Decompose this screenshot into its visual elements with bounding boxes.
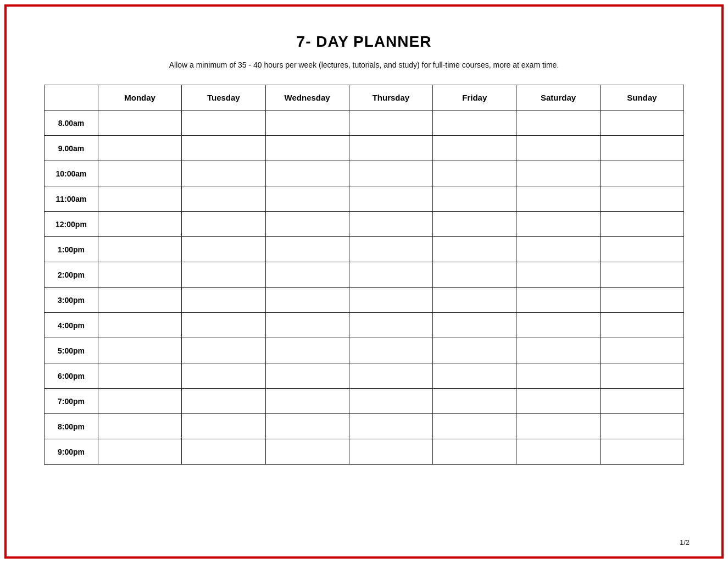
cell-wednesday-400pm[interactable] xyxy=(265,313,349,338)
cell-wednesday-1200pm[interactable] xyxy=(265,212,349,237)
cell-wednesday-100pm[interactable] xyxy=(265,237,349,262)
cell-sunday-400pm[interactable] xyxy=(600,313,683,338)
cell-monday-900pm[interactable] xyxy=(98,439,181,465)
cell-tuesday-300pm[interactable] xyxy=(182,288,265,313)
cell-wednesday-1000am[interactable] xyxy=(265,161,349,186)
cell-thursday-600pm[interactable] xyxy=(349,363,432,389)
cell-monday-300pm[interactable] xyxy=(98,288,181,313)
cell-sunday-1100am[interactable] xyxy=(600,186,683,212)
cell-tuesday-1000am[interactable] xyxy=(182,161,265,186)
cell-saturday-900am[interactable] xyxy=(516,136,600,161)
cell-friday-500pm[interactable] xyxy=(433,338,516,363)
cell-sunday-300pm[interactable] xyxy=(600,288,683,313)
cell-thursday-800am[interactable] xyxy=(349,111,432,136)
cell-thursday-100pm[interactable] xyxy=(349,237,432,262)
cell-sunday-1200pm[interactable] xyxy=(600,212,683,237)
cell-wednesday-800pm[interactable] xyxy=(265,414,349,439)
cell-monday-500pm[interactable] xyxy=(98,338,181,363)
header-tuesday: Tuesday xyxy=(182,85,265,111)
cell-saturday-1100am[interactable] xyxy=(516,186,600,212)
cell-thursday-900am[interactable] xyxy=(349,136,432,161)
cell-tuesday-1100am[interactable] xyxy=(182,186,265,212)
cell-saturday-300pm[interactable] xyxy=(516,288,600,313)
cell-friday-400pm[interactable] xyxy=(433,313,516,338)
cell-thursday-400pm[interactable] xyxy=(349,313,432,338)
header-friday: Friday xyxy=(433,85,516,111)
cell-thursday-1200pm[interactable] xyxy=(349,212,432,237)
cell-thursday-500pm[interactable] xyxy=(349,338,432,363)
cell-friday-1100am[interactable] xyxy=(433,186,516,212)
cell-tuesday-600pm[interactable] xyxy=(182,363,265,389)
cell-monday-1000am[interactable] xyxy=(98,161,181,186)
cell-monday-800pm[interactable] xyxy=(98,414,181,439)
cell-sunday-200pm[interactable] xyxy=(600,262,683,288)
cell-sunday-100pm[interactable] xyxy=(600,237,683,262)
cell-monday-600pm[interactable] xyxy=(98,363,181,389)
cell-monday-900am[interactable] xyxy=(98,136,181,161)
cell-friday-800am[interactable] xyxy=(433,111,516,136)
cell-friday-900pm[interactable] xyxy=(433,439,516,465)
cell-friday-300pm[interactable] xyxy=(433,288,516,313)
cell-friday-100pm[interactable] xyxy=(433,237,516,262)
cell-wednesday-300pm[interactable] xyxy=(265,288,349,313)
cell-sunday-1000am[interactable] xyxy=(600,161,683,186)
cell-saturday-100pm[interactable] xyxy=(516,237,600,262)
cell-monday-100pm[interactable] xyxy=(98,237,181,262)
cell-monday-1100am[interactable] xyxy=(98,186,181,212)
cell-sunday-800pm[interactable] xyxy=(600,414,683,439)
cell-thursday-1100am[interactable] xyxy=(349,186,432,212)
cell-friday-800pm[interactable] xyxy=(433,414,516,439)
cell-saturday-700pm[interactable] xyxy=(516,389,600,414)
cell-sunday-900pm[interactable] xyxy=(600,439,683,465)
cell-tuesday-700pm[interactable] xyxy=(182,389,265,414)
cell-tuesday-900am[interactable] xyxy=(182,136,265,161)
cell-thursday-900pm[interactable] xyxy=(349,439,432,465)
cell-thursday-700pm[interactable] xyxy=(349,389,432,414)
cell-wednesday-200pm[interactable] xyxy=(265,262,349,288)
cell-tuesday-900pm[interactable] xyxy=(182,439,265,465)
cell-friday-600pm[interactable] xyxy=(433,363,516,389)
cell-saturday-600pm[interactable] xyxy=(516,363,600,389)
cell-monday-1200pm[interactable] xyxy=(98,212,181,237)
cell-thursday-1000am[interactable] xyxy=(349,161,432,186)
cell-wednesday-600pm[interactable] xyxy=(265,363,349,389)
cell-wednesday-500pm[interactable] xyxy=(265,338,349,363)
cell-saturday-500pm[interactable] xyxy=(516,338,600,363)
cell-wednesday-800am[interactable] xyxy=(265,111,349,136)
cell-saturday-200pm[interactable] xyxy=(516,262,600,288)
cell-thursday-800pm[interactable] xyxy=(349,414,432,439)
cell-monday-700pm[interactable] xyxy=(98,389,181,414)
cell-sunday-700pm[interactable] xyxy=(600,389,683,414)
cell-thursday-300pm[interactable] xyxy=(349,288,432,313)
cell-saturday-900pm[interactable] xyxy=(516,439,600,465)
cell-saturday-1000am[interactable] xyxy=(516,161,600,186)
cell-monday-800am[interactable] xyxy=(98,111,181,136)
cell-sunday-900am[interactable] xyxy=(600,136,683,161)
cell-friday-1200pm[interactable] xyxy=(433,212,516,237)
cell-sunday-500pm[interactable] xyxy=(600,338,683,363)
cell-saturday-400pm[interactable] xyxy=(516,313,600,338)
cell-sunday-800am[interactable] xyxy=(600,111,683,136)
cell-monday-400pm[interactable] xyxy=(98,313,181,338)
cell-monday-200pm[interactable] xyxy=(98,262,181,288)
cell-tuesday-500pm[interactable] xyxy=(182,338,265,363)
cell-tuesday-200pm[interactable] xyxy=(182,262,265,288)
cell-friday-900am[interactable] xyxy=(433,136,516,161)
cell-saturday-800am[interactable] xyxy=(516,111,600,136)
cell-friday-200pm[interactable] xyxy=(433,262,516,288)
cell-saturday-1200pm[interactable] xyxy=(516,212,600,237)
cell-tuesday-1200pm[interactable] xyxy=(182,212,265,237)
cell-friday-1000am[interactable] xyxy=(433,161,516,186)
cell-tuesday-400pm[interactable] xyxy=(182,313,265,338)
cell-wednesday-700pm[interactable] xyxy=(265,389,349,414)
cell-wednesday-1100am[interactable] xyxy=(265,186,349,212)
cell-thursday-200pm[interactable] xyxy=(349,262,432,288)
cell-tuesday-800pm[interactable] xyxy=(182,414,265,439)
cell-friday-700pm[interactable] xyxy=(433,389,516,414)
cell-wednesday-900am[interactable] xyxy=(265,136,349,161)
cell-saturday-800pm[interactable] xyxy=(516,414,600,439)
cell-tuesday-100pm[interactable] xyxy=(182,237,265,262)
cell-wednesday-900pm[interactable] xyxy=(265,439,349,465)
cell-sunday-600pm[interactable] xyxy=(600,363,683,389)
cell-tuesday-800am[interactable] xyxy=(182,111,265,136)
